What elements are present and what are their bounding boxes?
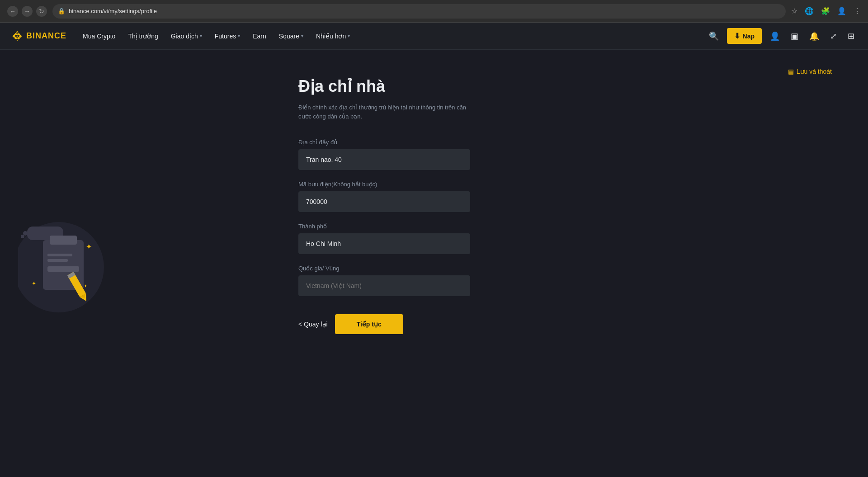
nav-square[interactable]: Square ▾	[274, 29, 309, 43]
nav-mua-crypto[interactable]: Mua Crypto	[77, 29, 121, 43]
chevron-down-icon: ▾	[301, 33, 303, 38]
save-exit-button[interactable]: ▤ Lưu và thoát	[788, 68, 832, 75]
full-address-label: Địa chỉ đầy đủ	[298, 139, 570, 146]
page-title: Địa chỉ nhà	[298, 77, 570, 96]
menu-icon[interactable]: ⋮	[854, 7, 861, 15]
grid-button[interactable]: ⊞	[845, 28, 857, 44]
back-button[interactable]: < Quay lại	[298, 321, 328, 328]
extensions-icon[interactable]: 🧩	[821, 7, 830, 15]
form-actions: < Quay lại Tiếp tục	[298, 314, 570, 334]
save-exit-label: Lưu và thoát	[797, 68, 832, 75]
translate-icon[interactable]: 🌐	[805, 7, 814, 15]
user-button[interactable]: 👤	[767, 28, 783, 44]
svg-point-9	[23, 231, 28, 236]
svg-marker-6	[16, 35, 18, 37]
browser-right-icons: ☆ 🌐 🧩 👤 ⋮	[791, 7, 861, 15]
full-address-input[interactable]	[298, 149, 470, 170]
nav-earn-label: Earn	[253, 33, 266, 40]
navbar-right: 🔍 ⬇ Nap 👤 ▣ 🔔 ⤢ ⊞	[706, 28, 857, 44]
svg-rect-12	[50, 236, 77, 245]
svg-rect-15	[47, 266, 79, 272]
search-button[interactable]: 🔍	[706, 28, 722, 44]
nav-more[interactable]: Nhiều hơn ▾	[311, 29, 355, 43]
nav-thi-truong[interactable]: Thị trường	[123, 29, 163, 43]
nav-giao-dich[interactable]: Giao dịch ▾	[165, 29, 208, 43]
logo-text: BINANCE	[26, 31, 66, 41]
nav-square-label: Square	[279, 33, 299, 40]
page-background: ✦ ✦ ✦ ▤ Lưu và thoát Địa chỉ nhà Điền ch…	[0, 50, 868, 477]
nav-futures[interactable]: Futures ▾	[209, 29, 245, 43]
chevron-down-icon: ▾	[200, 33, 202, 38]
save-icon: ▤	[788, 68, 794, 75]
page-subtitle: Điền chính xác địa chỉ thường trú hiện t…	[298, 103, 479, 121]
country-label: Quốc gia/ Vùng	[298, 265, 570, 272]
star-icon[interactable]: ☆	[791, 7, 797, 15]
nav-items: Mua Crypto Thị trường Giao dịch ▾ Future…	[77, 29, 706, 43]
continue-button[interactable]: Tiếp tục	[335, 314, 403, 334]
city-label: Thành phố	[298, 223, 570, 230]
city-input[interactable]	[298, 233, 470, 254]
city-group: Thành phố	[298, 223, 570, 254]
continue-label: Tiếp tục	[357, 321, 382, 328]
postal-code-group: Mã bưu điện(Không bắt buộc)	[298, 181, 570, 212]
forward-button[interactable]: →	[22, 6, 33, 17]
browser-chrome: ← → ↻ 🔒 binance.com/vi/my/settings/profi…	[0, 0, 868, 23]
navbar: BINANCE Mua Crypto Thị trường Giao dịch …	[0, 23, 868, 50]
back-label: < Quay lại	[298, 321, 328, 328]
svg-text:✦: ✦	[32, 280, 36, 287]
refresh-button[interactable]: ↻	[36, 6, 47, 17]
wallet-button[interactable]: ▣	[788, 28, 801, 44]
nap-icon: ⬇	[734, 32, 740, 40]
svg-text:✦: ✦	[84, 283, 87, 288]
lock-icon: 🔒	[58, 8, 65, 14]
svg-text:✦: ✦	[86, 243, 92, 250]
browser-controls: ← → ↻	[7, 6, 47, 17]
illustration-area: ✦ ✦ ✦	[18, 213, 108, 314]
country-group: Quốc gia/ Vùng	[298, 265, 570, 296]
svg-marker-5	[16, 39, 19, 41]
postal-code-label: Mã bưu điện(Không bắt buộc)	[298, 181, 570, 188]
back-button[interactable]: ←	[7, 6, 18, 17]
nav-mua-crypto-label: Mua Crypto	[83, 33, 115, 40]
svg-marker-0	[16, 30, 19, 33]
url-text: binance.com/vi/my/settings/profile	[69, 8, 157, 14]
country-input[interactable]	[298, 275, 470, 296]
nap-button[interactable]: ⬇ Nap	[727, 28, 762, 44]
bell-button[interactable]: 🔔	[807, 28, 822, 44]
address-bar[interactable]: 🔒 binance.com/vi/my/settings/profile	[52, 4, 786, 19]
nav-earn[interactable]: Earn	[247, 29, 272, 43]
form-container: Địa chỉ nhà Điền chính xác địa chỉ thườn…	[280, 50, 588, 361]
svg-rect-13	[47, 254, 72, 256]
binance-logo[interactable]: BINANCE	[11, 30, 66, 43]
fullscreen-button[interactable]: ⤢	[827, 28, 840, 44]
document-illustration: ✦ ✦ ✦	[18, 213, 108, 312]
postal-code-input[interactable]	[298, 191, 470, 212]
svg-rect-14	[47, 259, 68, 262]
chevron-down-icon: ▾	[238, 33, 240, 38]
profile-icon[interactable]: 👤	[837, 7, 846, 15]
svg-marker-4	[14, 37, 20, 39]
nav-thi-truong-label: Thị trường	[128, 33, 158, 40]
svg-point-10	[21, 235, 24, 238]
nav-futures-label: Futures	[215, 33, 236, 40]
full-address-group: Địa chỉ đầy đủ	[298, 139, 570, 170]
svg-marker-1	[14, 33, 20, 35]
nav-more-label: Nhiều hơn	[316, 33, 346, 40]
binance-logo-icon	[11, 30, 24, 43]
nav-giao-dich-label: Giao dịch	[171, 33, 198, 40]
nap-label: Nap	[743, 33, 755, 40]
chevron-down-icon: ▾	[348, 33, 350, 38]
